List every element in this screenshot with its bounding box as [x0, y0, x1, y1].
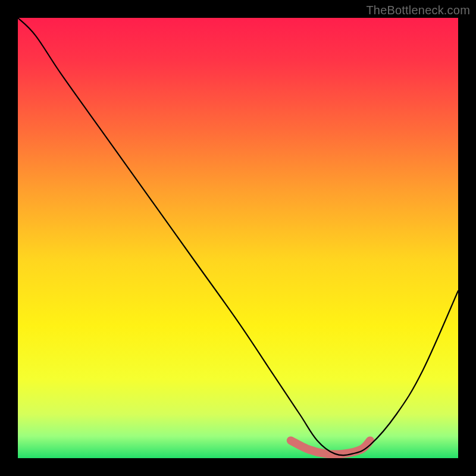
bottleneck-chart — [18, 18, 458, 458]
chart-stage: TheBottleneck.com — [0, 0, 476, 476]
gradient-background — [18, 18, 458, 458]
watermark-text: TheBottleneck.com — [366, 4, 470, 17]
